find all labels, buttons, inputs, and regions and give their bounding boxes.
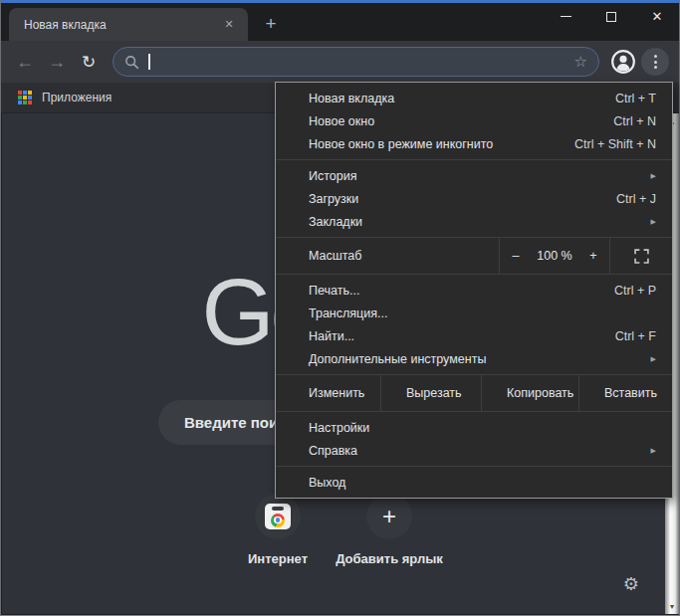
menu-item-more-tools[interactable]: Дополнительные инструменты ▶: [276, 347, 672, 370]
toolbar: ← → ↻ ☆: [1, 41, 679, 83]
copy-button[interactable]: Копировать: [482, 375, 578, 411]
menu-item-edit-row: Изменить Вырезать Копировать Вставить: [276, 375, 672, 411]
new-tab-button[interactable]: +: [257, 10, 285, 38]
shortcut-internet-icon-circle: [255, 494, 301, 539]
shortcut-text: Ctrl + J: [616, 192, 656, 206]
submenu-arrow-icon: ▶: [651, 218, 656, 226]
profile-button[interactable]: [609, 48, 637, 76]
tab-close-icon[interactable]: ✕: [220, 16, 238, 34]
forward-button[interactable]: →: [43, 48, 71, 76]
menu-item-print[interactable]: Печать... Ctrl + P: [276, 279, 672, 302]
zoom-in-button[interactable]: +: [582, 249, 604, 263]
shortcut-text: Ctrl + N: [613, 114, 656, 128]
tab-strip: Новая вкладка ✕ + ✕: [1, 3, 679, 41]
menu-item-find[interactable]: Найти... Ctrl + F: [276, 324, 672, 347]
menu-item-history[interactable]: История ▶: [276, 164, 672, 187]
close-icon: ✕: [652, 10, 663, 23]
menu-item-zoom: Масштаб – 100 % +: [276, 238, 672, 274]
shortcut-internet[interactable]: Интернет: [222, 494, 334, 566]
tab-new-tab[interactable]: Новая вкладка ✕: [9, 8, 248, 41]
maximize-button[interactable]: [588, 0, 634, 33]
shortcut-text: Ctrl + P: [614, 284, 656, 298]
tab-title: Новая вкладка: [24, 18, 220, 32]
shortcut-add-label: Добавить ярлык: [334, 551, 445, 566]
back-icon: ←: [16, 52, 34, 73]
fullscreen-icon: [634, 249, 649, 264]
reload-icon: ↻: [82, 52, 96, 73]
zoom-out-button[interactable]: –: [505, 249, 527, 263]
shortcut-text: Ctrl + F: [615, 329, 656, 343]
scroll-down-icon[interactable]: ▼: [665, 598, 679, 614]
menu-item-bookmarks[interactable]: Закладки ▶: [276, 210, 672, 233]
shortcut-internet-label: Интернет: [222, 551, 334, 566]
kebab-menu-icon: [654, 55, 657, 58]
forward-icon: →: [48, 52, 66, 73]
menu-item-settings[interactable]: Настройки: [276, 416, 672, 439]
gear-icon: ⚙: [623, 574, 639, 594]
web-store-icon: [265, 504, 291, 529]
browser-menu-button[interactable]: [641, 48, 669, 76]
close-button[interactable]: ✕: [634, 0, 680, 33]
fullscreen-button[interactable]: [610, 238, 672, 274]
shortcut-add[interactable]: + Добавить ярлык: [334, 494, 445, 566]
zoom-label: Масштаб: [276, 238, 499, 274]
minimize-button[interactable]: [543, 0, 588, 33]
submenu-arrow-icon: ▶: [651, 355, 656, 363]
paste-button[interactable]: Вставить: [579, 375, 672, 411]
browser-app-menu: Новая вкладка Ctrl + T Новое окно Ctrl +…: [275, 82, 673, 499]
menu-item-new-window[interactable]: Новое окно Ctrl + N: [276, 109, 672, 132]
back-button[interactable]: ←: [11, 48, 39, 76]
text-cursor: [148, 54, 150, 70]
menu-item-cast[interactable]: Трансляция...: [276, 302, 672, 324]
menu-item-help[interactable]: Справка ▶: [276, 439, 672, 462]
bookmark-apps[interactable]: Приложения: [42, 91, 112, 104]
edit-label: Изменить: [276, 375, 380, 411]
shortcut-text: Ctrl + T: [615, 92, 656, 105]
browser-window: Новая вкладка ✕ + ✕ ← → ↻ ☆: [0, 0, 680, 616]
minimize-icon: [561, 16, 571, 17]
zoom-value: 100 %: [537, 249, 571, 263]
reload-button[interactable]: ↻: [75, 48, 103, 76]
menu-item-incognito[interactable]: Новое окно в режиме инкогнито Ctrl + Shi…: [276, 132, 672, 155]
account-circle-icon: [610, 49, 636, 75]
menu-item-downloads[interactable]: Загрузки Ctrl + J: [276, 187, 672, 210]
submenu-arrow-icon: ▶: [651, 447, 656, 455]
address-bar[interactable]: ☆: [113, 47, 599, 77]
maximize-icon: [606, 12, 616, 22]
window-controls: ✕: [543, 0, 680, 33]
shortcut-text: Ctrl + Shift + N: [574, 137, 656, 151]
search-icon: [124, 55, 139, 70]
shortcut-add-icon-circle: +: [366, 494, 412, 539]
add-shortcut-plus-icon: +: [382, 503, 396, 530]
menu-item-exit[interactable]: Выход: [276, 471, 672, 494]
submenu-arrow-icon: ▶: [651, 172, 656, 180]
bookmark-star-icon[interactable]: ☆: [574, 53, 587, 71]
customize-gear-button[interactable]: ⚙: [623, 573, 639, 595]
plus-icon: +: [265, 13, 276, 35]
menu-item-new-tab[interactable]: Новая вкладка Ctrl + T: [276, 87, 672, 109]
apps-grid-icon: [18, 91, 32, 104]
cut-button[interactable]: Вырезать: [381, 375, 481, 411]
